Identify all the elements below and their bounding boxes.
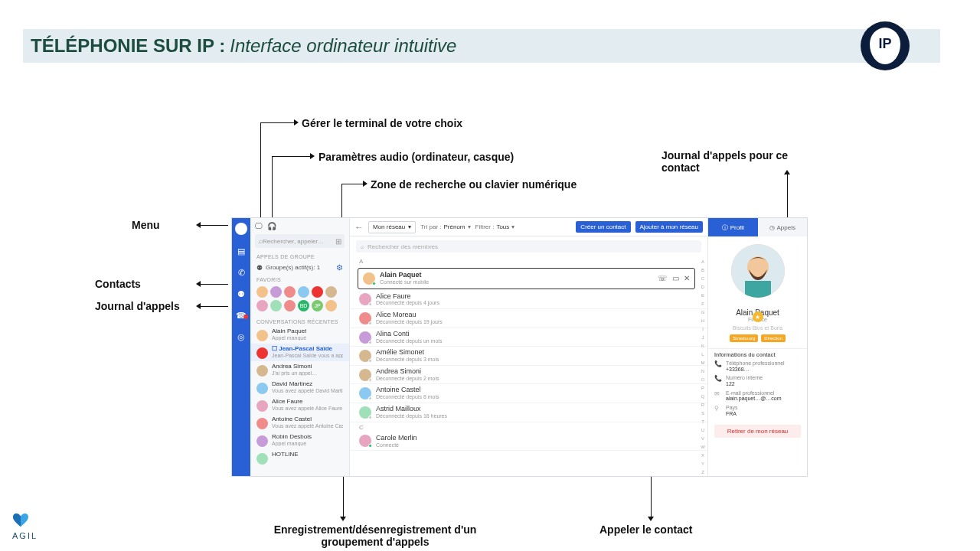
fav-avatar[interactable]: BD [298,300,309,311]
user-avatar-icon[interactable] [235,223,247,235]
fav-avatar[interactable] [298,286,309,298]
gear-icon[interactable]: ⚙ [336,263,343,272]
search-input[interactable]: ⌕ Rechercher, appeler… ⊞ [255,234,345,248]
nav-voicemail-icon[interactable]: ◎ [236,331,247,342]
call-icon[interactable]: ☏ [658,274,668,282]
favorite-star-icon[interactable]: ★ [753,311,763,322]
dialpad-icon[interactable]: ⊞ [335,237,341,246]
network-select-label: Mon réseau [373,223,405,230]
conversation-item[interactable]: Alice Faure Vous avez appelé Alice Faure [250,396,349,414]
alpha-letter[interactable]: H [701,318,704,323]
alpha-letter[interactable]: F [701,302,704,306]
fav-avatar[interactable] [325,286,337,298]
conversation-item[interactable]: Andrea Simoni J'ai pris un appel… [250,361,349,379]
group-row[interactable]: ⚉Groupe(s) actif(s): 1 ⚙ [250,261,349,274]
contact-row[interactable]: Carole Merlin Connecté [350,432,707,452]
back-icon[interactable]: ← [354,222,364,233]
fav-avatar[interactable] [325,300,337,311]
section-letter-c: C [350,422,707,432]
nav-calls-icon[interactable]: ✆ [236,267,247,278]
create-contact-button[interactable]: Créer un contact [576,221,630,233]
contact-row[interactable]: Alina Conti Déconnecté depuis un mois [350,328,707,347]
alpha-letter[interactable]: Q [701,394,705,399]
close-icon[interactable]: ✕ [684,274,690,282]
alpha-letter[interactable]: N [701,369,704,373]
contact-row[interactable]: Antoine Castel Déconnecté depuis 8 mois [350,384,707,403]
search-icon: ⌕ [361,243,364,250]
alpha-letter[interactable]: J [702,335,704,340]
alpha-letter[interactable]: D [701,285,704,289]
row-name: Alina Conti [376,331,442,338]
member-search-input[interactable]: ⌕ Rechercher des membres [356,240,701,253]
annot-journal: Journal d'appels [95,300,180,312]
avatar [256,453,268,465]
conv-name: Alain Paquet [272,328,306,335]
fav-avatar[interactable] [284,300,296,311]
fav-avatar[interactable] [270,300,282,311]
fav-avatar[interactable] [270,286,282,298]
alpha-letter[interactable]: W [701,445,705,449]
alpha-letter[interactable]: Y [701,461,704,466]
contact-row[interactable]: Alice Moreau Déconnecté depuis 19 jours [350,309,707,328]
alpha-letter[interactable]: O [701,377,705,382]
alpha-letter[interactable]: I [702,327,704,331]
alpha-letter[interactable]: G [701,310,705,315]
conversation-item[interactable]: ☐ Jean-Pascal Saïde Jean-Pascal Saïde vo… [250,344,349,361]
conversation-item[interactable]: David Martinez Vous avez appelé David Ma… [250,379,349,396]
alpha-letter[interactable]: V [701,436,704,441]
nav-contacts-icon[interactable]: ⚉ [236,289,247,299]
info-value: +33368… [726,367,785,373]
fav-avatar[interactable] [312,286,323,298]
fav-avatar[interactable] [284,286,296,298]
conversation-item[interactable]: Antoine Castel Vous avez appelé Antoine … [250,414,349,432]
sort-control[interactable]: Tri par :Prénom▾ [420,223,470,230]
presence-dot [368,416,372,419]
fav-avatar[interactable]: JP [312,300,323,311]
avatar [256,365,268,377]
tab-calls[interactable]: ◷Appels [758,218,808,236]
alpha-letter[interactable]: E [701,293,704,298]
alpha-letter[interactable]: B [701,268,704,272]
conv-sub: Appel manqué [272,441,312,447]
conversation-item[interactable]: HOTLINE [250,449,349,467]
tag: Strasbourg [730,334,758,342]
group-row-text: Groupe(s) actif(s): 1 [266,264,320,271]
contact-info-row: ⚲ Pays FRA [708,403,807,418]
nav-conversations-icon[interactable]: ▤ [236,246,247,256]
alpha-letter[interactable]: A [701,259,704,264]
network-select[interactable]: Mon réseau▾ [368,221,416,233]
alpha-letter[interactable]: K [701,344,704,348]
conv-name: Robin Desbois [272,434,312,441]
agil-logo: AGIL [12,513,38,540]
alpha-letter[interactable]: S [701,411,704,416]
arrow-search-head [363,181,368,187]
alpha-letter[interactable]: T [701,419,704,424]
slide-title-bold: TÉLÉPHONIE SUR IP : [31,35,225,57]
chat-icon[interactable]: ▭ [672,274,679,282]
contact-row[interactable]: Astrid Mailloux Déconnecté depuis 18 heu… [350,403,707,422]
alpha-index[interactable]: ABCDEFGHIJKLMNOPQRSTUVWXYZ [700,259,706,473]
conversation-item[interactable]: Alain Paquet Appel manqué [250,326,349,344]
alpha-letter[interactable]: X [701,453,704,458]
alpha-letter[interactable]: L [701,352,704,357]
fav-avatar[interactable] [256,286,268,298]
contact-tags: Strasbourg Direction [708,334,807,342]
add-network-button[interactable]: Ajouter à mon réseau [635,221,704,233]
alpha-letter[interactable]: C [701,276,704,281]
contact-row[interactable]: Amélie Simonet Déconnecté depuis 3 mois [350,347,707,366]
contact-row[interactable]: Alain Paquet Connecté sur mobile ☏ ▭ ✕ [358,268,695,289]
contact-row[interactable]: Andrea Simoni Déconnecté depuis 2 mois [350,366,707,385]
tab-profile[interactable]: ⓘProfil [708,218,758,236]
conversation-item[interactable]: Robin Desbois Appel manqué [250,432,349,449]
computer-icon[interactable]: 🖵 [255,222,263,230]
remove-from-network-button[interactable]: Retirer de mon réseau [714,425,801,438]
alpha-letter[interactable]: U [701,428,704,432]
alpha-letter[interactable]: M [701,360,705,365]
alpha-letter[interactable]: R [701,403,704,407]
fav-avatar[interactable] [256,300,268,311]
contact-row[interactable]: Alice Faure Déconnecté depuis 4 jours [350,291,707,310]
alpha-letter[interactable]: Z [701,470,704,474]
alpha-letter[interactable]: P [701,386,704,390]
filter-control[interactable]: Filtrer :Tous▾ [475,223,515,230]
headset-icon[interactable]: 🎧 [267,222,276,230]
